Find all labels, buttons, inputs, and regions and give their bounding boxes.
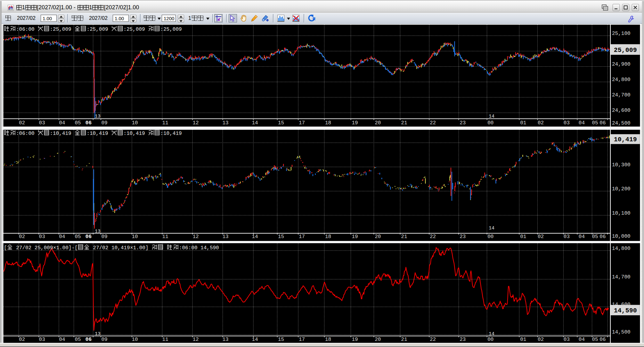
svg-text:14: 14 bbox=[252, 120, 258, 126]
svg-text:10: 10 bbox=[132, 120, 138, 126]
svg-text:06: 06 bbox=[86, 120, 92, 126]
svg-text:25,009: 25,009 bbox=[614, 46, 637, 54]
svg-text:10,419: 10,419 bbox=[614, 136, 637, 143]
svg-text:14,700: 14,700 bbox=[612, 274, 631, 280]
svg-text:14: 14 bbox=[489, 114, 494, 119]
svg-text:09: 09 bbox=[101, 234, 107, 240]
svg-text:21: 21 bbox=[401, 120, 407, 126]
svg-text:00: 00 bbox=[487, 234, 493, 240]
svg-text::06:00: :06:00 bbox=[16, 27, 37, 32]
svg-text:14: 14 bbox=[489, 331, 494, 337]
svg-text:23: 23 bbox=[460, 337, 466, 343]
svg-text:15: 15 bbox=[278, 234, 284, 240]
svg-text:14: 14 bbox=[252, 234, 258, 240]
svg-text:10,100: 10,100 bbox=[612, 211, 631, 216]
svg-text:18: 18 bbox=[325, 120, 331, 126]
svg-text:17: 17 bbox=[299, 234, 305, 240]
svg-text:21: 21 bbox=[401, 234, 407, 240]
svg-text:18: 18 bbox=[325, 234, 331, 240]
svg-text:13: 13 bbox=[222, 337, 228, 343]
svg-text:24,800: 24,800 bbox=[612, 77, 631, 83]
svg-text::25,009: :25,009 bbox=[160, 27, 182, 32]
svg-text:05: 05 bbox=[592, 120, 598, 126]
svg-text:10: 10 bbox=[132, 337, 138, 343]
svg-text:22: 22 bbox=[430, 234, 436, 240]
svg-text:23: 23 bbox=[460, 234, 466, 240]
svg-text:17: 17 bbox=[299, 337, 305, 343]
svg-text:21: 21 bbox=[401, 337, 407, 343]
svg-text:1.00]: 1.00] bbox=[133, 245, 152, 251]
svg-text:11: 11 bbox=[162, 234, 168, 240]
svg-text:19: 19 bbox=[352, 337, 358, 343]
svg-text:13: 13 bbox=[95, 331, 101, 337]
svg-text:02: 02 bbox=[19, 234, 25, 240]
svg-text:1.00]: 1.00] bbox=[56, 245, 71, 251]
svg-text:22: 22 bbox=[430, 120, 436, 126]
svg-text::25,009: :25,009 bbox=[123, 27, 148, 32]
svg-text:27/02 25,009: 27/02 25,009 bbox=[13, 245, 53, 251]
svg-text:12: 12 bbox=[192, 337, 199, 343]
svg-text:03: 03 bbox=[564, 120, 570, 126]
svg-text:04: 04 bbox=[59, 234, 65, 240]
svg-text:01: 01 bbox=[520, 337, 526, 343]
svg-text:20: 20 bbox=[375, 120, 381, 126]
svg-text:01: 01 bbox=[520, 120, 526, 126]
svg-text:12: 12 bbox=[192, 234, 199, 240]
svg-text:13: 13 bbox=[95, 229, 101, 234]
svg-text:10,300: 10,300 bbox=[612, 162, 631, 168]
svg-text:15: 15 bbox=[278, 120, 284, 126]
svg-text:04: 04 bbox=[579, 120, 585, 126]
svg-text::25,009: :25,009 bbox=[50, 27, 74, 32]
svg-text:23: 23 bbox=[460, 120, 466, 126]
svg-text:04: 04 bbox=[59, 120, 65, 126]
svg-text:05: 05 bbox=[592, 337, 598, 343]
svg-text:02: 02 bbox=[538, 337, 544, 343]
svg-text:27/02 10,419: 27/02 10,419 bbox=[90, 245, 130, 251]
svg-text:09: 09 bbox=[101, 120, 107, 126]
svg-text:04: 04 bbox=[579, 234, 585, 240]
svg-text:06: 06 bbox=[599, 234, 606, 240]
svg-text:13: 13 bbox=[222, 120, 228, 126]
svg-text:13: 13 bbox=[222, 234, 228, 240]
svg-text:04: 04 bbox=[579, 337, 585, 343]
svg-text:03: 03 bbox=[564, 337, 570, 343]
svg-text:18: 18 bbox=[325, 337, 331, 343]
svg-text:10,200: 10,200 bbox=[612, 186, 631, 192]
svg-text:10: 10 bbox=[132, 234, 138, 240]
svg-text:24,500: 24,500 bbox=[612, 120, 631, 126]
svg-text:20: 20 bbox=[375, 234, 381, 240]
svg-text:03: 03 bbox=[564, 234, 570, 240]
svg-text:13: 13 bbox=[95, 114, 101, 119]
svg-text:-: - bbox=[72, 245, 75, 251]
svg-text:03: 03 bbox=[39, 337, 45, 343]
svg-text:[: [ bbox=[4, 245, 7, 251]
svg-text:[: [ bbox=[75, 245, 78, 251]
svg-text:19: 19 bbox=[352, 234, 358, 240]
svg-text:25,100: 25,100 bbox=[612, 31, 631, 37]
svg-text:11: 11 bbox=[162, 120, 168, 126]
svg-text:05: 05 bbox=[592, 234, 598, 240]
svg-text::25,009: :25,009 bbox=[86, 27, 111, 32]
svg-text::10,419: :10,419 bbox=[160, 131, 182, 136]
svg-text:15: 15 bbox=[278, 337, 284, 343]
svg-text::06:00: :06:00 bbox=[16, 131, 37, 136]
svg-text:11: 11 bbox=[162, 337, 168, 343]
svg-text:06: 06 bbox=[599, 120, 606, 126]
svg-text:20: 20 bbox=[375, 337, 381, 343]
svg-text:12: 12 bbox=[192, 120, 199, 126]
svg-text:14,500: 14,500 bbox=[612, 329, 631, 335]
svg-text:06: 06 bbox=[599, 337, 606, 343]
svg-text:05: 05 bbox=[75, 234, 81, 240]
svg-text:×: × bbox=[130, 245, 133, 251]
svg-text:05: 05 bbox=[75, 120, 81, 126]
svg-text:14,800: 14,800 bbox=[612, 246, 631, 252]
svg-text:10,000: 10,000 bbox=[612, 234, 631, 239]
svg-text:R: R bbox=[313, 16, 316, 21]
svg-text:02: 02 bbox=[538, 120, 544, 126]
svg-text:17: 17 bbox=[299, 120, 305, 126]
svg-text:24,600: 24,600 bbox=[612, 108, 631, 113]
svg-text::10,419: :10,419 bbox=[50, 131, 74, 136]
svg-text:02: 02 bbox=[19, 120, 25, 126]
svg-text:02: 02 bbox=[538, 234, 544, 240]
svg-text:09: 09 bbox=[101, 337, 107, 343]
